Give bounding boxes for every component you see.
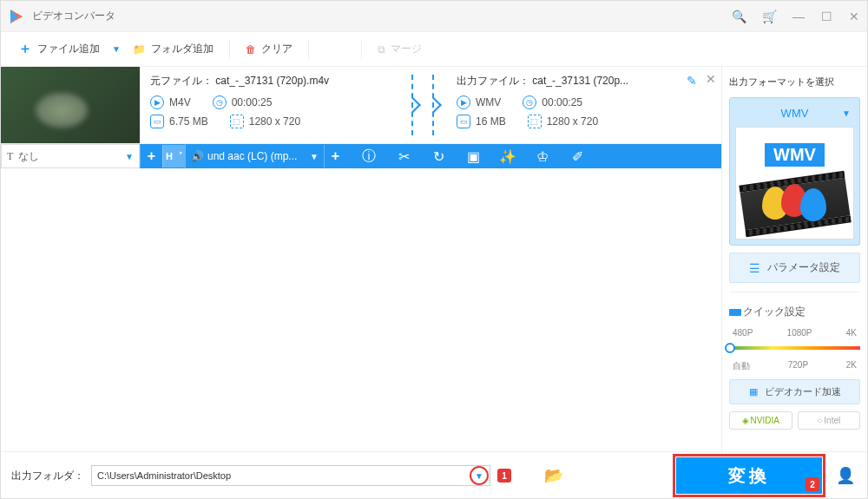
resolution-icon: ⬚ <box>528 115 542 128</box>
quick-settings-title: クイック設定 <box>729 301 860 321</box>
chevron-down-icon: ▼ <box>125 152 134 161</box>
output-filename: cat_-_37131 (720p... <box>532 75 628 87</box>
file-icon: ▭ <box>150 115 164 128</box>
source-resolution: 1280 x 720 <box>249 115 300 128</box>
convert-button-highlight: 変換 2 <box>673 454 825 497</box>
output-label: 出力ファイル： <box>457 75 529 87</box>
clock-icon: ◷ <box>213 95 227 109</box>
gpu-label: ビデオカード加速 <box>765 385 841 398</box>
add-folder-button[interactable]: 📁 フォルダ追加 <box>126 38 220 60</box>
subtitle-icon: T <box>7 150 13 163</box>
subtitle-value: なし <box>18 149 39 164</box>
parameter-label: パラメータ設定 <box>767 260 840 275</box>
rotate-icon[interactable]: ↻ <box>421 144 456 168</box>
merge-button[interactable]: ⧉ マージ <box>371 38 429 60</box>
callout-marker-2: 2 <box>806 477 819 491</box>
output-resolution: 1280 x 720 <box>547 115 598 128</box>
remove-file-icon[interactable]: ✕ <box>706 72 716 86</box>
toolbar-divider <box>229 40 230 59</box>
clock-icon: ◷ <box>523 95 536 109</box>
add-audio-button[interactable]: + <box>324 145 346 167</box>
nvidia-label: NVIDIA <box>751 416 779 425</box>
settings-icon[interactable]: 👤 <box>836 466 855 485</box>
output-folder-input[interactable] <box>91 465 490 486</box>
maximize-button[interactable]: ☐ <box>820 10 832 23</box>
file-item: 元ファイル： cat_-_37131 (720p).m4v ▶M4V ◷00:0… <box>1 67 721 144</box>
panel-title: 出力フォーマットを選択 <box>729 74 860 90</box>
format-badge: WMV <box>765 143 825 167</box>
nvidia-icon: ◈ <box>742 416 749 425</box>
search-icon[interactable]: 🔍 <box>732 10 746 23</box>
edit-icon[interactable]: ✐ <box>560 144 595 168</box>
clear-button[interactable]: 🗑 クリア <box>239 38 299 60</box>
q-auto: 自動 <box>733 360 750 372</box>
intel-label: Intel <box>824 416 840 425</box>
open-folder-icon[interactable]: 📂 <box>544 466 563 485</box>
folder-icon: 📁 <box>133 43 146 56</box>
watermark-icon[interactable]: ♔ <box>525 144 560 168</box>
slider-knob[interactable] <box>725 343 735 353</box>
resolution-icon: ⬚ <box>230 115 244 128</box>
arrow-divider-icon <box>411 75 434 135</box>
output-size: 16 MB <box>476 115 506 128</box>
sliders-icon: ☰ <box>749 261 760 275</box>
convert-button[interactable]: 変換 <box>676 457 822 494</box>
gpu-accel-button[interactable]: ▦ ビデオカード加速 <box>729 379 860 404</box>
source-label: 元ファイル： <box>150 75 213 87</box>
path-dropdown-button[interactable]: ▼ <box>470 466 489 485</box>
separator <box>729 292 860 292</box>
output-file-info: 出力ファイル： cat_-_37131 (720p... ▶WMV ◷00:00… <box>441 74 711 136</box>
subtitle-select[interactable]: T なし ▼ <box>1 144 140 168</box>
plus-icon: ＋ <box>18 40 32 58</box>
video-thumbnail[interactable] <box>1 67 140 143</box>
cut-icon[interactable]: ✂ <box>386 144 421 168</box>
nvidia-option[interactable]: ◈ NVIDIA <box>729 411 792 430</box>
source-size: 6.75 MB <box>169 115 208 128</box>
file-icon: ▭ <box>457 115 470 128</box>
hd-button[interactable]: H゜ <box>162 145 185 167</box>
source-format: M4V <box>169 96 191 108</box>
q-2k: 2K <box>846 360 857 372</box>
q-720p: 720P <box>788 360 808 372</box>
source-duration: 00:00:25 <box>232 96 273 108</box>
format-card[interactable]: WMV ▼ WMV <box>729 97 860 246</box>
intel-icon: ○ <box>817 416 822 425</box>
q-4k: 4K <box>846 328 857 338</box>
audio-track-select[interactable]: 🔊 und aac (LC) (mp... ▼ <box>185 144 324 168</box>
title-bar: ビデオコンバータ 🔍 🛒 — ☐ ✕ <box>1 1 867 32</box>
add-file-button[interactable]: ＋ ファイル追加 <box>11 36 107 62</box>
format-name: WMV <box>781 107 809 120</box>
toolbar-divider <box>308 40 309 59</box>
output-folder-label: 出力フォルダ： <box>11 469 84 483</box>
add-subtitle-button[interactable]: + <box>140 145 162 167</box>
bottom-bar: 出力フォルダ： ▼ 1 📂 変換 2 👤 <box>1 451 867 499</box>
close-button[interactable]: ✕ <box>848 10 860 23</box>
main-toolbar: ＋ ファイル追加 ▼ 📁 フォルダ追加 🗑 クリア ⧉ マージ <box>1 32 867 67</box>
intel-option[interactable]: ○ Intel <box>798 411 861 430</box>
crop-icon[interactable]: ▣ <box>456 144 490 168</box>
q-480p: 480P <box>733 328 753 338</box>
quality-scale-top: 480P 1080P 4K <box>729 328 860 338</box>
quality-slider[interactable] <box>729 346 860 350</box>
minimize-button[interactable]: — <box>792 10 805 23</box>
edit-name-icon[interactable]: ✎ <box>687 74 697 88</box>
add-file-label: ファイル追加 <box>37 42 100 56</box>
chevron-down-icon: ▼ <box>310 152 319 161</box>
source-file-info: 元ファイル： cat_-_37131 (720p).m4v ▶M4V ◷00:0… <box>150 74 404 136</box>
quick-label: クイック設定 <box>743 305 806 319</box>
output-duration: 00:00:25 <box>542 96 582 108</box>
add-file-dropdown[interactable]: ▼ <box>112 44 121 54</box>
format-icon: ▶ <box>150 95 164 109</box>
quality-scale-bottom: 自動 720P 2K <box>729 360 860 372</box>
info-icon[interactable]: ⓘ <box>352 144 386 168</box>
trash-icon: 🗑 <box>246 43 256 56</box>
source-filename: cat_-_37131 (720p).m4v <box>215 75 329 87</box>
parameter-settings-button[interactable]: ☰ パラメータ設定 <box>729 253 860 283</box>
effects-icon[interactable]: ✨ <box>490 144 525 168</box>
chevron-down-icon: ▼ <box>475 471 483 481</box>
q-1080p: 1080P <box>787 328 812 338</box>
cart-icon[interactable]: 🛒 <box>762 10 777 23</box>
toolbar-divider <box>361 40 362 59</box>
callout-marker-1: 1 <box>497 469 511 483</box>
output-format: WMV <box>476 96 501 108</box>
